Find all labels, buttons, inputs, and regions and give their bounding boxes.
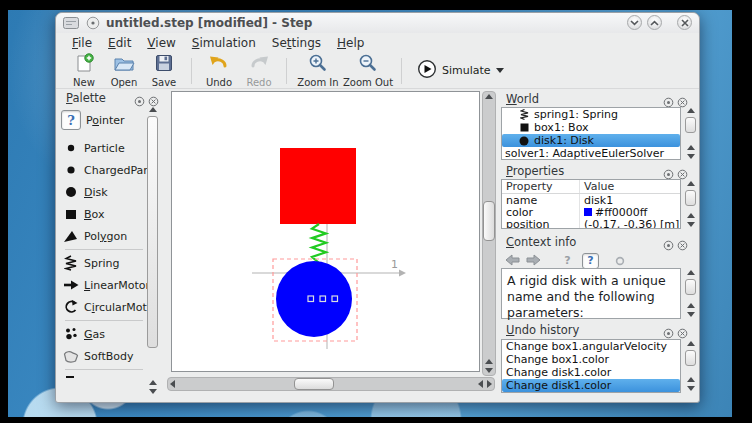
undo-icon — [208, 53, 230, 77]
palette-item-box[interactable]: Box — [61, 203, 147, 225]
world-title: World — [506, 92, 539, 106]
scroll-down-icon[interactable] — [687, 386, 695, 391]
scroll-up-icon[interactable] — [149, 107, 157, 112]
undo-item-selected[interactable]: Change disk1.color — [502, 379, 680, 392]
undo-history-scrollbar[interactable] — [684, 339, 697, 393]
scroll-up-icon[interactable] — [687, 145, 695, 150]
scroll-up-icon[interactable] — [687, 341, 695, 346]
x-axis-arrow-icon — [399, 270, 406, 277]
toolbar-separator — [191, 58, 192, 84]
simulate-button[interactable]: Simulate — [409, 56, 512, 86]
scroll-up-icon[interactable] — [485, 359, 493, 364]
world-item-spring1[interactable]: spring1: Spring — [502, 108, 680, 121]
scroll-up-icon[interactable] — [687, 108, 695, 113]
menu-view[interactable]: View — [139, 34, 183, 52]
palette-item-disk[interactable]: Disk — [61, 181, 147, 203]
world-item-solver1[interactable]: solver1: AdaptiveEulerSolver — [502, 147, 680, 160]
palette-item-pointer[interactable]: ? Pointer — [61, 107, 147, 133]
close-button[interactable] — [677, 15, 692, 30]
pointer-icon: ? — [61, 110, 81, 130]
scroll-left-icon[interactable] — [478, 380, 483, 388]
menu-simulation[interactable]: Simulation — [184, 34, 264, 52]
scroll-right-icon[interactable] — [487, 380, 492, 388]
scene-canvas[interactable]: 1 — [171, 91, 480, 372]
world-scrollbar[interactable] — [684, 106, 697, 161]
palette-item-circular-motor[interactable]: CircularMotor — [61, 296, 147, 318]
open-button[interactable]: Open — [104, 53, 144, 88]
palette-item-gas[interactable]: Gas — [61, 323, 147, 345]
scroll-down-icon[interactable] — [687, 154, 695, 159]
context-info-title: Context info — [506, 235, 576, 249]
context-help-active-icon[interactable]: ? — [582, 253, 599, 269]
palette-title: Palette — [66, 91, 106, 105]
palette-item-softbody[interactable]: SoftBody — [61, 345, 147, 367]
spring1-body[interactable] — [312, 224, 326, 263]
property-row-name[interactable]: name disk1 — [502, 194, 680, 206]
axis-unit-label: 1 — [391, 258, 398, 271]
scene-vertical-scrollbar[interactable] — [482, 91, 496, 376]
dock-float-icon[interactable] — [663, 236, 674, 255]
scrollbar-thumb[interactable] — [685, 350, 696, 366]
scroll-up-icon[interactable] — [687, 213, 695, 218]
scrollbar-thumb[interactable] — [147, 116, 158, 348]
palette-item-polygon[interactable]: Polygon — [61, 225, 147, 247]
redo-button[interactable]: Redo — [239, 53, 279, 88]
minimize-button[interactable] — [627, 15, 642, 30]
palette-item-particle[interactable]: Particle — [61, 137, 147, 159]
properties-header-row[interactable]: Property Value — [502, 180, 680, 194]
particle-icon — [61, 141, 81, 155]
linear-motor-icon — [61, 280, 81, 290]
box1-body[interactable] — [280, 148, 356, 224]
world-item-disk1[interactable]: disk1: Disk — [502, 134, 680, 147]
property-row-position[interactable]: position (-0.17, -0.36) [m] — [502, 218, 680, 229]
new-document-icon — [74, 53, 94, 77]
new-button[interactable]: New — [64, 53, 104, 88]
scrollbar-thumb[interactable] — [294, 378, 334, 390]
maximize-button[interactable] — [647, 15, 662, 30]
scroll-down-icon[interactable] — [687, 312, 695, 317]
menu-help[interactable]: Help — [329, 34, 372, 52]
property-row-color[interactable]: color #ff0000ff — [502, 206, 680, 218]
menu-edit[interactable]: Edit — [100, 34, 139, 52]
scrollbar-thumb[interactable] — [685, 117, 696, 133]
palette-item-charged-particle[interactable]: ChargedParticle — [61, 159, 147, 181]
palette-item-linear-motor[interactable]: LinearMotor — [61, 274, 147, 296]
titlebar[interactable]: untitled.step [modified] - Step — [56, 13, 699, 33]
scroll-left-icon[interactable] — [170, 380, 175, 388]
scroll-up-icon[interactable] — [149, 380, 157, 385]
zoom-in-button[interactable]: Zoom In — [294, 53, 342, 88]
scroll-up-icon[interactable] — [687, 377, 695, 382]
palette-item-partial[interactable] — [61, 372, 147, 380]
scroll-up-icon[interactable] — [687, 303, 695, 308]
scrollbar-thumb[interactable] — [483, 201, 495, 241]
world-item-box1[interactable]: box1: Box — [502, 121, 680, 134]
palette-separator — [65, 369, 143, 370]
properties-scrollbar[interactable] — [684, 179, 697, 229]
charged-particle-icon — [61, 163, 81, 177]
window-menu-button[interactable] — [86, 16, 100, 30]
undo-item[interactable]: Change disk1.color — [502, 366, 680, 379]
scroll-down-icon[interactable] — [485, 368, 493, 373]
scroll-down-icon[interactable] — [149, 389, 157, 394]
dock-close-icon[interactable] — [677, 236, 688, 255]
redo-icon — [248, 53, 270, 77]
window-title: untitled.step [modified] - Step — [106, 16, 312, 30]
scroll-down-icon[interactable] — [687, 222, 695, 227]
palette-scrollbar[interactable] — [146, 105, 159, 396]
undo-button[interactable]: Undo — [199, 53, 239, 88]
context-info-scrollbar[interactable] — [684, 268, 697, 319]
menu-file[interactable]: File — [64, 34, 100, 52]
scroll-up-icon[interactable] — [687, 181, 695, 186]
menu-settings[interactable]: Settings — [264, 34, 329, 52]
save-button[interactable]: Save — [144, 53, 184, 88]
scrollbar-thumb[interactable] — [685, 279, 696, 295]
palette-item-spring[interactable]: Spring — [61, 252, 147, 274]
scroll-up-icon[interactable] — [485, 94, 493, 99]
undo-item[interactable]: Change box1.angularVelocity — [502, 340, 680, 353]
undo-item[interactable]: Change box1.color — [502, 353, 680, 366]
scroll-up-icon[interactable] — [687, 270, 695, 275]
scene-horizontal-scrollbar[interactable] — [167, 377, 495, 391]
context-help-icon[interactable]: ? — [559, 253, 576, 269]
zoom-out-button[interactable]: Zoom Out — [342, 53, 394, 88]
scrollbar-thumb[interactable] — [685, 190, 696, 206]
